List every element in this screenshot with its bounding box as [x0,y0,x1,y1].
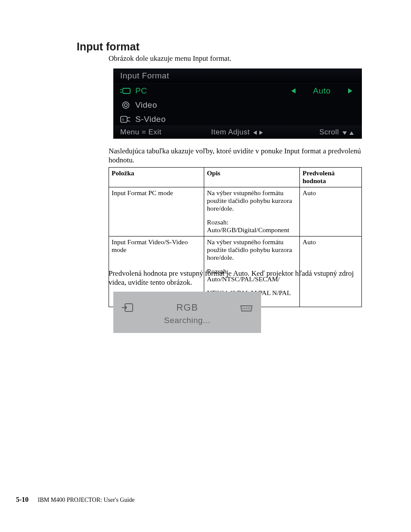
osd-menu: Input Format PC Auto Vide [113,68,362,139]
searching-osd: RGB Searching... [113,292,261,333]
svg-point-3 [122,102,129,108]
table-cell-default: Auto [300,187,362,236]
table-header-row: Položka Opis Predvolená hodnota [109,168,362,187]
table-header: Predvolená hodnota [300,168,362,187]
arrow-left-icon [291,88,296,93]
osd-item-svideo: S S-Video [113,112,362,126]
svideo-icon: S [120,115,131,123]
osd-scroll-hint: Scroll [277,128,355,137]
keyboard-icon [240,304,253,315]
svg-rect-0 [123,88,130,93]
after-table-text: Predvolená hodnota pre vstupný formát je… [109,269,362,287]
osd-item-pc: PC Auto [113,84,362,98]
video-icon [120,101,131,109]
osd-item-video: Video [113,98,362,112]
searching-mode: RGB [176,302,198,313]
pc-icon [120,87,131,95]
svg-text:S: S [122,118,125,121]
osd-item-label: Video [135,100,157,110]
page: Input format Obrázok dole ukazuje menu I… [0,0,411,532]
osd-exit-hint: Menu = Exit [120,128,199,137]
arrow-right-icon [348,88,352,93]
osd-item-label: S-Video [135,115,166,124]
table-header: Položka [109,168,204,187]
intro-text: Obrázok dole ukazuje menu Input format. [109,54,358,63]
after-osd-text: Nasledujúca tabuľka ukazuje voľby, ktoré… [109,146,363,165]
osd-item-label: PC [135,86,147,96]
table-cell-desc: Na výber vstupného formátu použite tlači… [204,187,300,236]
osd-footer: Menu = Exit Item Adjust Scroll [113,125,362,139]
table-cell-item: Input Format PC mode [109,187,204,236]
page-number: 5-10 [16,496,28,503]
searching-status: Searching... [113,316,261,325]
arrow-left-icon [253,131,257,135]
input-source-icon [121,303,134,315]
table-row: Input Format PC mode Na výber vstupného … [109,187,362,236]
osd-item-value: Auto [307,86,337,96]
arrow-right-icon [259,131,263,135]
svg-point-4 [124,103,127,106]
table-header: Opis [204,168,300,187]
arrow-up-icon [349,131,354,135]
osd-adjust-hint: Item Adjust [199,128,277,137]
page-footer: 5-10 IBM M400 PROJECTOR: User's Guide [16,496,135,504]
osd-title: Input Format [113,68,362,84]
arrow-down-icon [342,131,347,135]
book-title: IBM M400 PROJECTOR: User's Guide [38,497,135,503]
section-heading: Input format [77,40,140,53]
